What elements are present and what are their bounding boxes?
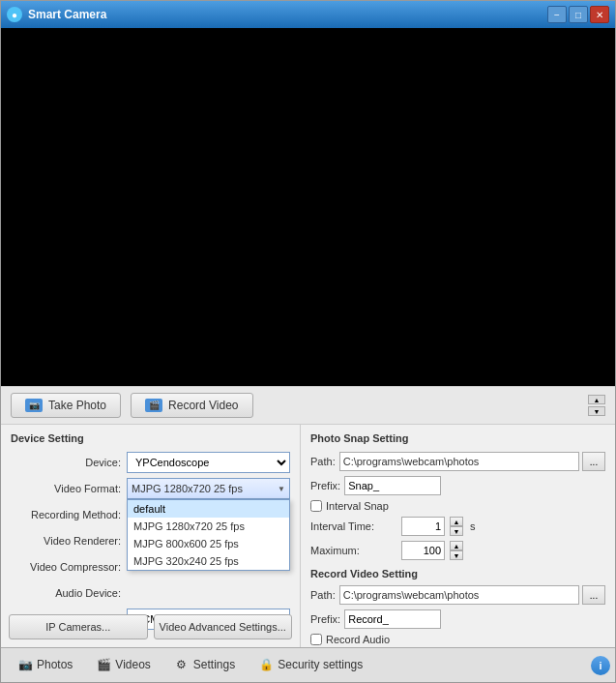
bottom-buttons: IP Cameras... Video Advanced Settings... [9, 614, 292, 639]
tab-photos[interactable]: 📷 Photos [6, 648, 84, 682]
interval-time-down[interactable]: ▼ [450, 526, 463, 536]
tab-settings[interactable]: ⚙ Settings [162, 648, 247, 682]
record-path-label: Path: [310, 589, 336, 601]
record-prefix-label: Prefix: [310, 613, 340, 625]
security-icon: 🔒 [258, 658, 274, 671]
record-video-button[interactable]: 🎬 Record Video [131, 393, 253, 418]
interval-time-up[interactable]: ▲ [450, 517, 463, 526]
maximum-up[interactable]: ▲ [450, 541, 463, 550]
maximum-down[interactable]: ▼ [450, 550, 463, 560]
record-audio-checkbox[interactable] [310, 634, 322, 645]
settings-icon: ⚙ [174, 658, 190, 671]
tab-security[interactable]: 🔒 Security settings [247, 648, 374, 682]
video-advanced-button[interactable]: Video Advanced Settings... [154, 614, 293, 639]
record-path-row: Path: ... [310, 585, 605, 605]
maximum-input[interactable] [401, 541, 445, 560]
interval-snap-row: Interval Snap [310, 500, 605, 512]
scroll-down-button[interactable]: ▼ [588, 406, 605, 416]
close-button[interactable]: ✕ [590, 6, 609, 23]
maximum-spinners: ▲ ▼ [450, 541, 463, 560]
settings-area: Device Setting Device: YPCendoscope Vide… [1, 425, 615, 647]
record-settings-title: Record Video Setting [310, 568, 605, 579]
maximum-label: Maximum: [310, 545, 397, 556]
video-format-value: MJPG 1280x720 25 fps [132, 483, 243, 494]
audio-device-row: Audio Device: [11, 582, 290, 604]
video-compressor-label: Video Compressor: [11, 561, 127, 573]
title-bar: ● Smart Camera − □ ✕ [1, 1, 615, 28]
camera-view [1, 28, 615, 386]
tab-security-label: Security settings [278, 658, 363, 671]
device-row: Device: YPCendoscope [11, 452, 290, 473]
toolbar: 📷 Take Photo 🎬 Record Video ▲ ▼ [1, 386, 615, 425]
dropdown-item-800[interactable]: MJPG 800x600 25 fps [128, 535, 289, 552]
minimize-button[interactable]: − [547, 6, 567, 23]
dropdown-item-1280[interactable]: MJPG 1280x720 25 fps [128, 518, 289, 535]
title-controls: − □ ✕ [547, 6, 609, 23]
tab-bar: 📷 Photos 🎬 Videos ⚙ Settings 🔒 Security … [1, 647, 615, 682]
window-title: Smart Camera [28, 8, 106, 21]
interval-unit: s [470, 520, 476, 532]
tab-settings-label: Settings [193, 658, 235, 671]
audio-device-label: Audio Device: [11, 587, 127, 599]
video-format-row: Video Format: MJPG 1280x720 25 fps ▼ def… [11, 478, 290, 499]
interval-snap-checkbox[interactable] [310, 500, 322, 512]
photo-path-input[interactable] [339, 452, 579, 471]
device-dropdown[interactable]: YPCendoscope [127, 452, 290, 473]
dropdown-item-320[interactable]: MJPG 320x240 25 fps [128, 552, 289, 570]
video-format-control: MJPG 1280x720 25 fps ▼ default MJPG 1280… [127, 478, 290, 499]
photo-path-label: Path: [310, 456, 336, 467]
photo-settings-title: Photo Snap Setting [310, 432, 605, 444]
record-video-label: Record Video [168, 399, 239, 412]
interval-time-label: Interval Time: [310, 520, 397, 532]
device-label: Device: [11, 457, 127, 468]
videos-icon: 🎬 [96, 658, 111, 671]
photo-prefix-input[interactable] [344, 476, 441, 495]
take-photo-button[interactable]: 📷 Take Photo [11, 393, 121, 418]
camera-icon: 📷 [25, 399, 43, 412]
app-icon: ● [7, 7, 22, 22]
title-bar-left: ● Smart Camera [7, 7, 106, 22]
tab-videos[interactable]: 🎬 Videos [84, 648, 161, 682]
video-format-selected[interactable]: MJPG 1280x720 25 fps ▼ [127, 478, 290, 499]
record-path-input[interactable] [339, 585, 579, 605]
photo-prefix-label: Prefix: [310, 480, 340, 491]
recording-method-label: Recording Method: [11, 509, 127, 520]
record-browse-button[interactable]: ... [582, 585, 605, 605]
record-prefix-row: Prefix: [310, 609, 605, 629]
scroll-up-button[interactable]: ▲ [588, 395, 605, 404]
right-panel: Photo Snap Setting Path: ... Prefix: Int… [301, 425, 615, 647]
tab-photos-label: Photos [37, 658, 73, 671]
photo-path-row: Path: ... [310, 452, 605, 471]
record-audio-row: Record Audio [310, 634, 605, 645]
maximum-row: Maximum: ▲ ▼ [310, 541, 605, 560]
video-renderer-label: Video Renderer: [11, 535, 127, 547]
maximize-button[interactable]: □ [569, 6, 588, 23]
device-settings-title: Device Setting [11, 432, 290, 444]
left-panel: Device Setting Device: YPCendoscope Vide… [1, 425, 301, 647]
interval-time-row: Interval Time: ▲ ▼ s [310, 517, 605, 536]
ip-cameras-button[interactable]: IP Cameras... [9, 614, 148, 639]
dropdown-arrow: ▼ [278, 485, 285, 493]
main-window: ● Smart Camera − □ ✕ 📷 Take Photo 🎬 Reco… [0, 0, 616, 683]
photo-prefix-row: Prefix: [310, 476, 605, 495]
interval-time-input[interactable] [401, 517, 445, 536]
take-photo-label: Take Photo [48, 399, 106, 412]
device-control: YPCendoscope [127, 452, 290, 473]
video-format-dropdown-list: default MJPG 1280x720 25 fps MJPG 800x60… [127, 499, 290, 571]
tab-videos-label: Videos [115, 658, 150, 671]
record-audio-label: Record Audio [326, 634, 390, 645]
scroll-buttons: ▲ ▼ [588, 395, 605, 416]
record-prefix-input[interactable] [344, 609, 441, 629]
photos-icon: 📷 [17, 658, 33, 671]
dropdown-item-default[interactable]: default [128, 500, 289, 518]
interval-snap-label: Interval Snap [326, 500, 389, 512]
info-button[interactable]: i [591, 656, 610, 675]
interval-time-spinners: ▲ ▼ [450, 517, 463, 536]
photo-browse-button[interactable]: ... [582, 452, 605, 471]
video-format-label: Video Format: [11, 483, 127, 494]
audio-device-control [127, 582, 290, 604]
video-icon: 🎬 [145, 399, 162, 412]
